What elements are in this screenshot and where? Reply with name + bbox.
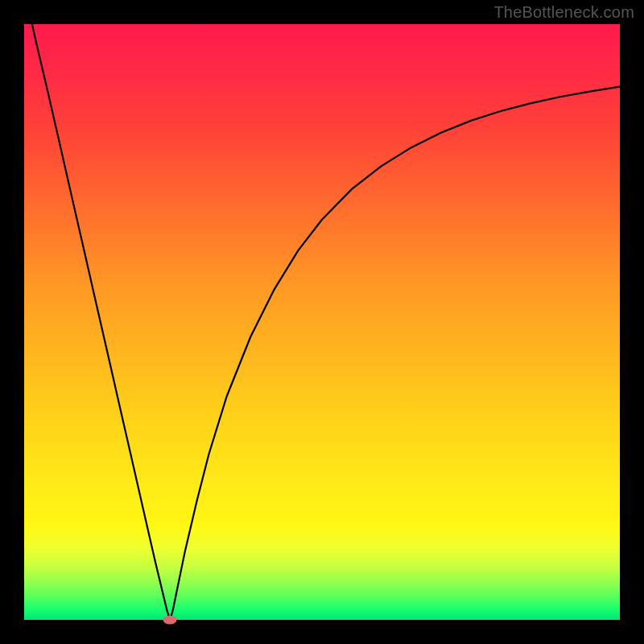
bottleneck-curve <box>24 24 620 620</box>
optimal-point-marker <box>163 616 177 625</box>
curve-path <box>24 24 620 620</box>
chart-frame: TheBottleneck.com <box>0 0 644 644</box>
plot-area <box>24 24 620 620</box>
watermark-text: TheBottleneck.com <box>493 3 634 22</box>
